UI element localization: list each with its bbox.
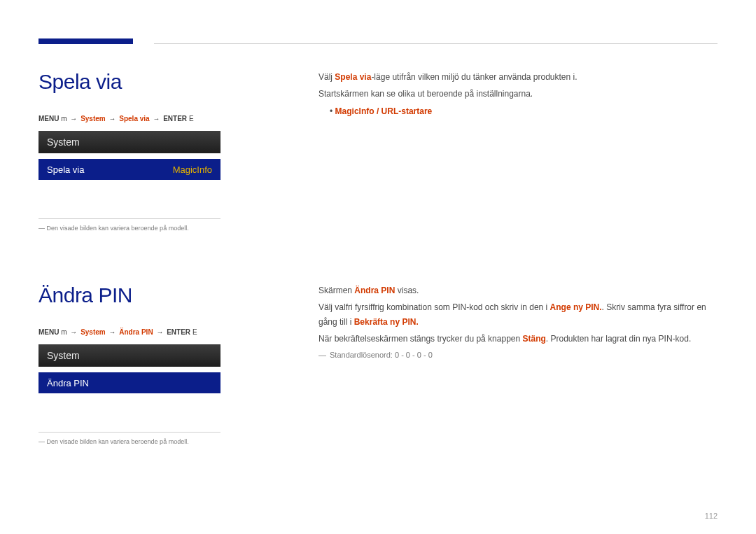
body1-p2: Startskärmen kan se olika ut beroende på… [318,87,718,101]
section2-heading: Ändra PIN [38,283,284,307]
option-text: MagicInfo / URL-startare [335,106,433,116]
arrow-icon: → [70,328,77,336]
arrow-icon: → [109,328,116,336]
section-spela-via-left: Spela via MENU m → System → Spela via → … [38,70,284,232]
breadcrumb-step-spela-via: Spela via [119,115,149,122]
section2-footnote: ― Den visade bilden kan variera beroende… [38,432,220,445]
menu-icon: m [61,328,66,336]
header-accent-bar [38,38,133,44]
body2-note: Standardlösenord: 0 - 0 - 0 - 0 [330,351,718,359]
arrow-icon: → [156,328,163,336]
menu-icon: m [61,115,66,122]
text: . Produkten har lagrat din nya PIN-kod. [546,334,691,344]
navbox-title: System [38,131,220,153]
inline-bold: Ange ny PIN. [550,302,602,312]
section1-footnote: ― Den visade bilden kan variera beroende… [38,218,220,232]
navbox-row[interactable]: Ändra PIN [38,372,220,393]
section2-breadcrumb: MENU m → System → Ändra PIN → ENTER E [38,328,284,336]
text: När bekräftelseskärmen stängs trycker du… [318,334,522,344]
body2-p2: Välj valfri fyrsiffrig kombination som P… [318,300,718,329]
header-divider [154,43,718,44]
breadcrumb-step-system: System [80,328,106,336]
arrow-icon: → [153,115,160,122]
text: Välj [318,72,335,82]
breadcrumb-key-enter: ENTER [167,328,190,336]
enter-icon: E [192,328,197,336]
text: visas. [395,286,419,295]
navbox-row-value: MagicInfo [173,164,212,175]
arrow-icon: → [70,115,77,122]
navbox-row-label: Spela via [47,164,84,175]
breadcrumb-key-menu: MENU [38,115,59,122]
breadcrumb-key-enter: ENTER [163,115,187,122]
navbox-spela-via: System Spela via MagicInfo [38,131,220,180]
navbox-spacer [38,367,220,372]
text: -läge utifrån vilken miljö du tänker anv… [371,72,577,82]
footnote-text: Den visade bilden kan variera beroende p… [47,438,189,445]
section-andra-pin-left: Ändra PIN MENU m → System → Ändra PIN → … [38,283,284,445]
inline-bold: Spela via [335,72,371,82]
navbox-title: System [38,344,220,367]
footnote-text: Den visade bilden kan variera beroende p… [47,225,189,232]
section-spela-via-body: Välj Spela via-läge utifrån vilken miljö… [318,70,718,121]
inline-bold: Bekräfta ny PIN. [354,317,419,327]
body1-p1: Välj Spela via-läge utifrån vilken miljö… [318,70,718,84]
section-andra-pin-body: Skärmen Ändra PIN visas. Välj valfri fyr… [318,283,718,359]
text: Välj valfri fyrsiffrig kombination som P… [318,302,550,312]
breadcrumb-key-menu: MENU [38,328,59,336]
section1-heading: Spela via [38,70,284,94]
body2-p3: När bekräftelseskärmen stängs trycker du… [318,332,718,346]
breadcrumb-step-system: System [80,115,106,122]
body2-p1: Skärmen Ändra PIN visas. [318,283,718,297]
breadcrumb-step-andra-pin: Ändra PIN [119,328,153,336]
navbox-row[interactable]: Spela via MagicInfo [38,159,220,180]
body1-options: • MagicInfo / URL-startare [330,104,718,118]
text: Skärmen [318,286,354,295]
section1-breadcrumb: MENU m → System → Spela via → ENTER E [38,115,284,122]
navbox-row-label: Ändra PIN [47,378,89,388]
navbox-andra-pin: System Ändra PIN [38,344,220,393]
bullet: • [330,106,332,116]
navbox-spacer [38,153,220,159]
enter-icon: E [189,115,194,122]
page-number: 112 [705,512,718,520]
inline-bold: Stäng [522,334,545,344]
inline-bold: Ändra PIN [354,286,395,295]
arrow-icon: → [109,115,116,122]
